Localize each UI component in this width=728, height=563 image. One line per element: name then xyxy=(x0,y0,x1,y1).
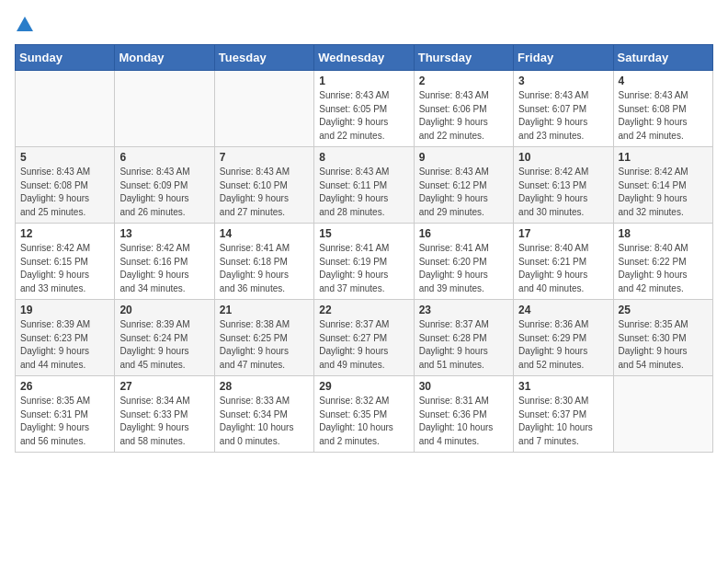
day-number: 28 xyxy=(220,380,309,393)
calendar-cell: 23Sunrise: 8:37 AM Sunset: 6:28 PM Dayli… xyxy=(414,300,513,376)
day-number: 27 xyxy=(119,380,209,393)
day-number: 14 xyxy=(220,227,309,240)
day-header-wednesday: Wednesday xyxy=(314,45,414,71)
day-info: Sunrise: 8:32 AM Sunset: 6:35 PM Dayligh… xyxy=(319,395,408,448)
day-info: Sunrise: 8:39 AM Sunset: 6:24 PM Dayligh… xyxy=(119,318,209,372)
calendar-cell: 17Sunrise: 8:40 AM Sunset: 6:21 PM Dayli… xyxy=(514,224,613,300)
day-info: Sunrise: 8:40 AM Sunset: 6:22 PM Dayligh… xyxy=(619,242,708,295)
day-info: Sunrise: 8:42 AM Sunset: 6:15 PM Dayligh… xyxy=(20,242,109,295)
calendar-cell: 24Sunrise: 8:36 AM Sunset: 6:29 PM Dayli… xyxy=(514,300,613,376)
calendar-cell: 3Sunrise: 8:43 AM Sunset: 6:07 PM Daylig… xyxy=(514,71,613,147)
day-number: 17 xyxy=(518,227,608,240)
calendar-cell: 10Sunrise: 8:42 AM Sunset: 6:13 PM Dayli… xyxy=(514,147,613,224)
day-number: 16 xyxy=(419,227,508,240)
day-header-thursday: Thursday xyxy=(414,45,513,71)
calendar-cell: 11Sunrise: 8:42 AM Sunset: 6:14 PM Dayli… xyxy=(613,147,712,224)
calendar-cell: 27Sunrise: 8:34 AM Sunset: 6:33 PM Dayli… xyxy=(115,376,214,453)
day-number: 30 xyxy=(419,380,508,393)
day-info: Sunrise: 8:35 AM Sunset: 6:31 PM Dayligh… xyxy=(20,395,109,448)
day-number: 13 xyxy=(119,227,209,240)
logo xyxy=(15,15,33,37)
day-number: 23 xyxy=(419,304,508,316)
calendar-cell: 6Sunrise: 8:43 AM Sunset: 6:09 PM Daylig… xyxy=(115,147,214,224)
calendar-cell xyxy=(613,376,712,453)
day-info: Sunrise: 8:40 AM Sunset: 6:21 PM Dayligh… xyxy=(518,242,608,295)
day-info: Sunrise: 8:38 AM Sunset: 6:25 PM Dayligh… xyxy=(220,318,309,372)
day-info: Sunrise: 8:41 AM Sunset: 6:18 PM Dayligh… xyxy=(220,242,309,295)
day-number: 29 xyxy=(319,380,408,393)
day-info: Sunrise: 8:43 AM Sunset: 6:08 PM Dayligh… xyxy=(619,89,708,143)
day-header-sunday: Sunday xyxy=(16,45,115,71)
day-info: Sunrise: 8:41 AM Sunset: 6:20 PM Dayligh… xyxy=(419,242,508,295)
day-number: 22 xyxy=(319,304,408,316)
svg-marker-0 xyxy=(17,17,33,31)
day-info: Sunrise: 8:43 AM Sunset: 6:09 PM Dayligh… xyxy=(119,166,209,219)
day-number: 10 xyxy=(518,151,608,164)
day-info: Sunrise: 8:37 AM Sunset: 6:27 PM Dayligh… xyxy=(319,318,408,372)
day-header-saturday: Saturday xyxy=(613,45,712,71)
day-number: 2 xyxy=(419,75,508,87)
day-info: Sunrise: 8:42 AM Sunset: 6:14 PM Dayligh… xyxy=(619,166,708,219)
day-number: 4 xyxy=(619,75,708,87)
calendar-cell: 4Sunrise: 8:43 AM Sunset: 6:08 PM Daylig… xyxy=(613,71,712,147)
day-number: 24 xyxy=(518,304,608,316)
day-number: 20 xyxy=(119,304,209,316)
calendar-cell: 31Sunrise: 8:30 AM Sunset: 6:37 PM Dayli… xyxy=(514,376,613,453)
calendar-cell: 9Sunrise: 8:43 AM Sunset: 6:12 PM Daylig… xyxy=(414,147,513,224)
day-info: Sunrise: 8:35 AM Sunset: 6:30 PM Dayligh… xyxy=(619,318,708,372)
calendar-cell: 25Sunrise: 8:35 AM Sunset: 6:30 PM Dayli… xyxy=(613,300,712,376)
calendar-cell xyxy=(16,71,115,147)
day-info: Sunrise: 8:43 AM Sunset: 6:11 PM Dayligh… xyxy=(319,166,408,219)
day-info: Sunrise: 8:43 AM Sunset: 6:07 PM Dayligh… xyxy=(518,89,608,143)
day-header-monday: Monday xyxy=(115,45,214,71)
day-number: 5 xyxy=(20,151,109,164)
calendar-cell: 19Sunrise: 8:39 AM Sunset: 6:23 PM Dayli… xyxy=(16,300,115,376)
calendar-cell: 2Sunrise: 8:43 AM Sunset: 6:06 PM Daylig… xyxy=(414,71,513,147)
day-info: Sunrise: 8:36 AM Sunset: 6:29 PM Dayligh… xyxy=(518,318,608,372)
calendar-cell: 18Sunrise: 8:40 AM Sunset: 6:22 PM Dayli… xyxy=(613,224,712,300)
calendar-cell: 13Sunrise: 8:42 AM Sunset: 6:16 PM Dayli… xyxy=(115,224,214,300)
day-number: 6 xyxy=(119,151,209,164)
day-number: 8 xyxy=(319,151,408,164)
day-info: Sunrise: 8:39 AM Sunset: 6:23 PM Dayligh… xyxy=(20,318,109,372)
day-number: 7 xyxy=(220,151,309,164)
calendar-cell: 15Sunrise: 8:41 AM Sunset: 6:19 PM Dayli… xyxy=(314,224,414,300)
day-info: Sunrise: 8:34 AM Sunset: 6:33 PM Dayligh… xyxy=(119,395,209,448)
calendar-cell: 21Sunrise: 8:38 AM Sunset: 6:25 PM Dayli… xyxy=(214,300,313,376)
calendar-cell: 7Sunrise: 8:43 AM Sunset: 6:10 PM Daylig… xyxy=(214,147,313,224)
day-number: 12 xyxy=(20,227,109,240)
day-number: 18 xyxy=(619,227,708,240)
day-info: Sunrise: 8:31 AM Sunset: 6:36 PM Dayligh… xyxy=(419,395,508,448)
day-number: 25 xyxy=(619,304,708,316)
day-number: 15 xyxy=(319,227,408,240)
calendar-cell: 28Sunrise: 8:33 AM Sunset: 6:34 PM Dayli… xyxy=(214,376,313,453)
day-info: Sunrise: 8:37 AM Sunset: 6:28 PM Dayligh… xyxy=(419,318,508,372)
day-header-tuesday: Tuesday xyxy=(214,45,313,71)
day-info: Sunrise: 8:43 AM Sunset: 6:10 PM Dayligh… xyxy=(220,166,309,219)
day-info: Sunrise: 8:43 AM Sunset: 6:12 PM Dayligh… xyxy=(419,166,508,219)
calendar-cell: 30Sunrise: 8:31 AM Sunset: 6:36 PM Dayli… xyxy=(414,376,513,453)
calendar-cell xyxy=(115,71,214,147)
calendar-cell: 29Sunrise: 8:32 AM Sunset: 6:35 PM Dayli… xyxy=(314,376,414,453)
day-info: Sunrise: 8:42 AM Sunset: 6:16 PM Dayligh… xyxy=(119,242,209,295)
day-info: Sunrise: 8:43 AM Sunset: 6:08 PM Dayligh… xyxy=(20,166,109,219)
day-number: 26 xyxy=(20,380,109,393)
day-number: 21 xyxy=(220,304,309,316)
calendar-table: SundayMondayTuesdayWednesdayThursdayFrid… xyxy=(15,44,713,453)
day-number: 11 xyxy=(619,151,708,164)
calendar-cell: 22Sunrise: 8:37 AM Sunset: 6:27 PM Dayli… xyxy=(314,300,414,376)
calendar-cell: 16Sunrise: 8:41 AM Sunset: 6:20 PM Dayli… xyxy=(414,224,513,300)
day-info: Sunrise: 8:42 AM Sunset: 6:13 PM Dayligh… xyxy=(518,166,608,219)
calendar-cell: 1Sunrise: 8:43 AM Sunset: 6:05 PM Daylig… xyxy=(314,71,414,147)
calendar-cell: 5Sunrise: 8:43 AM Sunset: 6:08 PM Daylig… xyxy=(16,147,115,224)
calendar-cell: 8Sunrise: 8:43 AM Sunset: 6:11 PM Daylig… xyxy=(314,147,414,224)
day-info: Sunrise: 8:33 AM Sunset: 6:34 PM Dayligh… xyxy=(220,395,309,448)
day-info: Sunrise: 8:43 AM Sunset: 6:05 PM Dayligh… xyxy=(319,89,408,143)
day-info: Sunrise: 8:43 AM Sunset: 6:06 PM Dayligh… xyxy=(419,89,508,143)
logo-icon xyxy=(17,16,33,32)
day-header-friday: Friday xyxy=(514,45,613,71)
day-number: 3 xyxy=(518,75,608,87)
day-number: 19 xyxy=(20,304,109,316)
day-info: Sunrise: 8:41 AM Sunset: 6:19 PM Dayligh… xyxy=(319,242,408,295)
calendar-cell: 20Sunrise: 8:39 AM Sunset: 6:24 PM Dayli… xyxy=(115,300,214,376)
